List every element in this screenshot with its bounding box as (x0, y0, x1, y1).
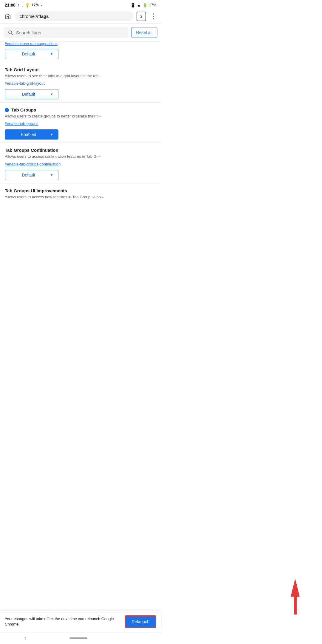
vibrate-icon: 📳 (130, 3, 135, 7)
menu-dot-3 (153, 18, 154, 19)
flag-desc-tab-groups-continuation: Allows users to access continuation feat… (5, 154, 156, 159)
home-button[interactable] (4, 12, 12, 21)
flag-section-tab-groups: Tab Groups Allows users to create groups… (0, 103, 161, 143)
wifi-icon: ▲ (137, 3, 141, 7)
flag-link-close-tab-suggestions[interactable]: #enable-close-tab-suggestions (5, 41, 156, 46)
flag-dropdown-tab-groups-continuation[interactable]: Default ▼ (5, 170, 58, 180)
flag-header-tab-groups-continuation: Tab Groups Continuation (5, 148, 156, 153)
search-bar[interactable] (4, 27, 128, 38)
flag-section-tab-grid-layout: Tab Grid Layout Allows users to see thei… (0, 62, 161, 103)
flag-desc-tab-groups: Allows users to create groups to better … (5, 114, 156, 119)
flags-content: #enable-close-tab-suggestions Default ▼ … (0, 41, 161, 204)
dropdown-arrow-tab-grid-icon: ▼ (50, 92, 53, 96)
overflow-menu-button[interactable] (149, 12, 157, 21)
browser-chrome: chrome://flags 2 (0, 10, 161, 24)
flag-header-tab-grid-layout: Tab Grid Layout (5, 67, 156, 72)
flag-title-tab-groups-ui: Tab Groups UI Improvements (5, 188, 67, 193)
battery-right-text: 17% (149, 3, 156, 7)
flag-section-tab-groups-ui-improvements: Tab Groups UI Improvements Allows users … (0, 183, 161, 204)
flag-title-tab-groups-continuation: Tab Groups Continuation (5, 148, 58, 153)
download-icon: ↓ (21, 3, 23, 7)
flag-link-tab-grid-layout[interactable]: #enable-tab-grid-layout (5, 81, 156, 86)
menu-dot-1 (153, 13, 154, 15)
reset-all-button[interactable]: Reset all (131, 27, 157, 38)
status-time: 21:08 (5, 3, 16, 7)
flag-link-tab-groups-continuation[interactable]: #enable-tab-groups-continuation (5, 162, 156, 166)
flag-title-tab-groups: Tab Groups (11, 107, 36, 112)
status-bar: 21:08 ↑ ↓ 💡 17% · 📳 ▲ 🔋 17% (0, 0, 161, 10)
flag-dropdown-close-tab-suggestions[interactable]: Default ▼ (5, 49, 58, 59)
flag-desc-tab-grid-layout: Allows users to see their tabs in a grid… (5, 73, 156, 79)
flag-header-tab-groups: Tab Groups (5, 107, 156, 112)
url-text: chrome://flags (20, 14, 49, 19)
svg-point-0 (9, 31, 12, 34)
status-right: 📳 ▲ 🔋 17% (130, 3, 156, 7)
dropdown-arrow-icon: ▼ (50, 52, 53, 56)
flag-enabled-indicator (5, 108, 9, 112)
flag-dropdown-tab-groups[interactable]: Enabled ▼ (5, 129, 58, 140)
bulb-icon: 💡 (25, 3, 30, 7)
flag-section-close-tab-suggestions: #enable-close-tab-suggestions Default ▼ (0, 41, 161, 62)
battery-icon: 🔋 (143, 3, 148, 7)
flag-title-tab-grid-layout: Tab Grid Layout (5, 67, 39, 72)
dropdown-arrow-continuation-icon: ▼ (50, 173, 53, 177)
flag-link-tab-groups[interactable]: #enable-tab-groups (5, 121, 156, 126)
search-input[interactable] (16, 30, 124, 35)
status-left: 21:08 ↑ ↓ 💡 17% · (5, 3, 42, 7)
svg-line-1 (11, 33, 13, 35)
flag-dropdown-tab-grid-layout[interactable]: Default ▼ (5, 89, 58, 99)
tab-count-button[interactable]: 2 (137, 12, 146, 21)
flag-desc-tab-groups-ui: Allows users to access new features in T… (5, 194, 156, 200)
battery-left-text: 17% (32, 3, 39, 7)
upload-icon: ↑ (17, 3, 19, 7)
search-bar-container: Reset all (0, 24, 161, 41)
dropdown-arrow-tab-groups-icon: ▼ (50, 133, 53, 136)
flag-header-tab-groups-ui: Tab Groups UI Improvements (5, 188, 156, 193)
flag-section-tab-groups-continuation: Tab Groups Continuation Allows users to … (0, 143, 161, 183)
address-bar[interactable]: chrome://flags (15, 11, 134, 21)
search-icon (8, 30, 13, 35)
menu-dot-2 (153, 16, 154, 17)
